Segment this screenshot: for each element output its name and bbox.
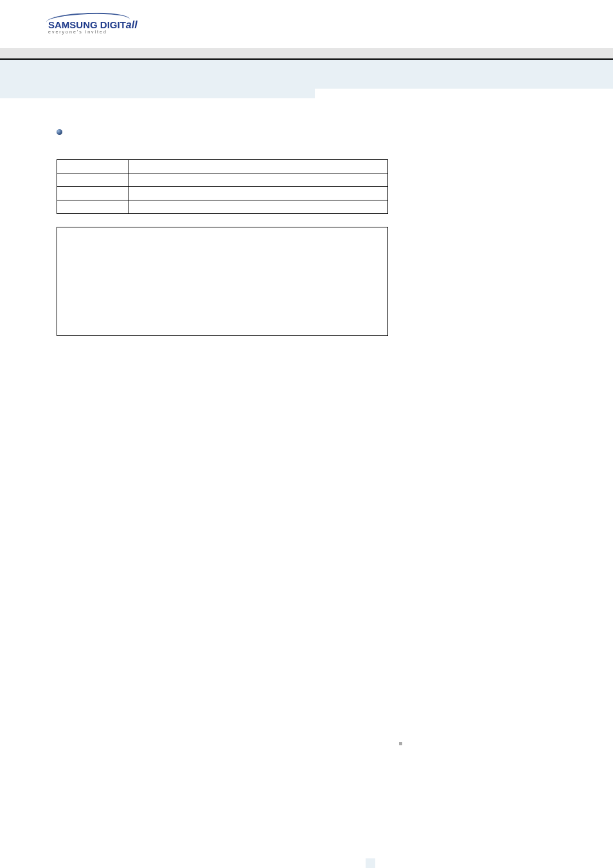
- table-cell: [57, 187, 129, 200]
- small-marker: [399, 742, 402, 745]
- table-row: [57, 187, 388, 200]
- table-cell: [57, 173, 129, 187]
- paragraph-box: [57, 227, 388, 336]
- header-band: [0, 60, 613, 89]
- logo-tagline: everyone's invited: [48, 30, 613, 34]
- header-band-extension: [0, 89, 315, 98]
- logo-swoosh: [46, 12, 130, 31]
- gray-band: [0, 48, 613, 60]
- sphere-bullet-icon: [57, 129, 62, 135]
- content-area: [0, 98, 389, 336]
- table-cell: [57, 160, 129, 173]
- table-cell: [129, 200, 388, 214]
- table-row: [57, 173, 388, 187]
- table-row: [57, 200, 388, 214]
- notch-corner: [366, 858, 375, 868]
- logo-area: SAMSUNG DIGITall everyone's invited: [0, 0, 613, 45]
- info-table: [57, 159, 388, 214]
- table-cell: [129, 160, 388, 173]
- table-cell: [57, 200, 129, 214]
- table-row: [57, 160, 388, 173]
- bullet-item: [57, 127, 389, 135]
- table-cell: [129, 187, 388, 200]
- table-cell: [129, 173, 388, 187]
